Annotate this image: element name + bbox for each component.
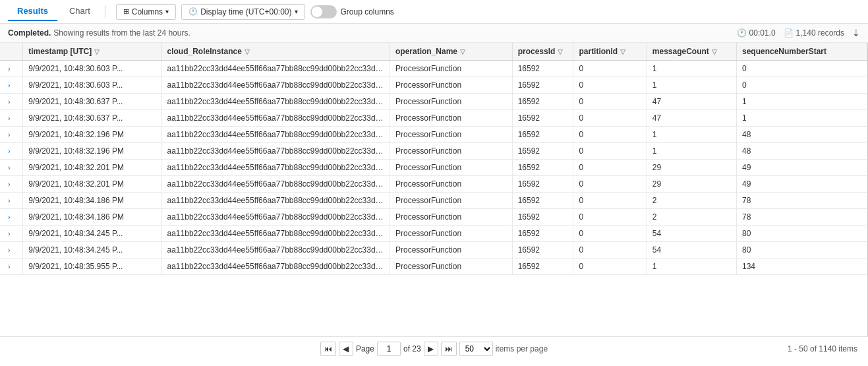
expand-row-button[interactable]: ›	[5, 229, 13, 238]
messagecount-cell: 54	[647, 242, 736, 259]
table-row[interactable]: › 9/9/2021, 10:48:34.245 P... aa11bb22cc…	[0, 242, 867, 259]
expand-cell[interactable]: ›	[0, 242, 23, 259]
expand-row-button[interactable]: ›	[5, 80, 13, 90]
messagecount-cell: 1	[647, 127, 736, 143]
processid-cell: 16592	[512, 77, 573, 94]
expand-cell[interactable]: ›	[0, 77, 23, 94]
operation-cell: ProcessorFunction	[390, 193, 513, 209]
operation-cell: ProcessorFunction	[390, 77, 513, 94]
expand-row-button[interactable]: ›	[5, 212, 13, 222]
messagecount-cell: 47	[647, 94, 736, 110]
table-row[interactable]: › 9/9/2021, 10:48:30.603 P... aa11bb22cc…	[0, 77, 867, 94]
expand-cell[interactable]: ›	[0, 143, 23, 160]
cloud-cell: aa11bb22cc33dd44ee55ff66aa77bb88cc99dd00…	[161, 127, 390, 143]
expand-row-button[interactable]: ›	[5, 196, 13, 205]
processid-cell: 16592	[512, 259, 573, 275]
expand-icon[interactable]: ⇣	[852, 28, 860, 38]
cloud-cell: aa11bb22cc33dd44ee55ff66aa77bb88cc99dd00…	[161, 110, 390, 127]
expand-row-button[interactable]: ›	[5, 262, 13, 271]
messagecount-cell: 1	[647, 143, 736, 160]
messagecount-cell: 1	[647, 61, 736, 77]
seqnum-cell: 48	[736, 143, 867, 160]
next-page-button[interactable]: ▶	[424, 342, 438, 356]
table-row[interactable]: › 9/9/2021, 10:48:30.603 P... aa11bb22cc…	[0, 61, 867, 77]
display-time-button[interactable]: 🕐 Display time (UTC+00:00) ▾	[181, 4, 304, 20]
timestamp-cell: 9/9/2021, 10:48:34.186 PM	[23, 193, 161, 209]
expand-row-button[interactable]: ›	[5, 163, 13, 172]
expand-cell[interactable]: ›	[0, 160, 23, 176]
processid-cell: 16592	[512, 160, 573, 176]
page-of-text: of 23	[403, 344, 421, 353]
expand-cell[interactable]: ›	[0, 259, 23, 275]
messagecount-filter-icon[interactable]: ▽	[712, 48, 717, 55]
expand-cell[interactable]: ›	[0, 110, 23, 127]
partitionid-cell: 0	[573, 242, 647, 259]
expand-cell[interactable]: ›	[0, 61, 23, 77]
operation-cell: ProcessorFunction	[390, 110, 513, 127]
table-row[interactable]: › 9/9/2021, 10:48:34.245 P... aa11bb22cc…	[0, 226, 867, 242]
th-partitionid-label: partitionId	[579, 47, 618, 56]
expand-row-button[interactable]: ›	[5, 245, 13, 255]
operation-cell: ProcessorFunction	[390, 160, 513, 176]
seqnum-cell: 80	[736, 242, 867, 259]
expand-row-button[interactable]: ›	[5, 64, 13, 73]
expand-cell[interactable]: ›	[0, 176, 23, 193]
tab-chart[interactable]: Chart	[60, 2, 100, 21]
first-page-button[interactable]: ⏮	[320, 342, 336, 356]
table-row[interactable]: › 9/9/2021, 10:48:35.955 P... aa11bb22cc…	[0, 259, 867, 275]
seqnum-cell: 0	[736, 61, 867, 77]
duration-badge: 🕐 00:01.0	[737, 28, 776, 38]
table-row[interactable]: › 9/9/2021, 10:48:34.186 PM aa11bb22cc33…	[0, 209, 867, 226]
expand-row-button[interactable]: ›	[5, 113, 13, 123]
expand-row-button[interactable]: ›	[5, 146, 13, 156]
table-row[interactable]: › 9/9/2021, 10:48:30.637 P... aa11bb22cc…	[0, 110, 867, 127]
processid-filter-icon[interactable]: ▽	[558, 48, 563, 55]
cloud-filter-icon[interactable]: ▽	[245, 48, 250, 55]
table-row[interactable]: › 9/9/2021, 10:48:30.637 P... aa11bb22cc…	[0, 94, 867, 110]
expand-cell[interactable]: ›	[0, 94, 23, 110]
tab-results[interactable]: Results	[8, 2, 57, 21]
table-row[interactable]: › 9/9/2021, 10:48:32.196 PM aa11bb22cc33…	[0, 143, 867, 160]
table-row[interactable]: › 9/9/2021, 10:48:32.196 PM aa11bb22cc33…	[0, 127, 867, 143]
cloud-cell: aa11bb22cc33dd44ee55ff66aa77bb88cc99dd00…	[161, 160, 390, 176]
expand-cell[interactable]: ›	[0, 193, 23, 209]
timestamp-cell: 9/9/2021, 10:48:35.955 P...	[23, 259, 161, 275]
operation-cell: ProcessorFunction	[390, 127, 513, 143]
th-cloud-label: cloud_RoleInstance	[167, 47, 242, 56]
timestamp-cell: 9/9/2021, 10:48:32.201 PM	[23, 160, 161, 176]
timestamp-cell: 9/9/2021, 10:48:34.186 PM	[23, 209, 161, 226]
partitionid-cell: 0	[573, 127, 647, 143]
columns-button[interactable]: ⊞ Columns ▾	[116, 4, 176, 20]
partitionid-cell: 0	[573, 160, 647, 176]
page-size-select[interactable]: 50 25 100	[459, 342, 493, 356]
partitionid-filter-icon[interactable]: ▽	[620, 48, 625, 55]
expand-row-button[interactable]: ›	[5, 97, 13, 106]
expand-cell[interactable]: ›	[0, 226, 23, 242]
prev-page-button[interactable]: ◀	[339, 342, 353, 356]
messagecount-cell: 1	[647, 259, 736, 275]
records-value: 1,140 records	[796, 28, 844, 38]
last-page-button[interactable]: ⏭	[441, 342, 457, 356]
timestamp-cell: 9/9/2021, 10:48:32.196 PM	[23, 127, 161, 143]
th-timestamp: timestamp [UTC] ▽	[23, 43, 161, 61]
toolbar-controls: ⊞ Columns ▾ 🕐 Display time (UTC+00:00) ▾…	[116, 4, 394, 20]
pagination-controls: ⏮ ◀ Page of 23 ▶ ⏭ 50 25 100 items per p…	[320, 342, 548, 356]
table-row[interactable]: › 9/9/2021, 10:48:34.186 PM aa11bb22cc33…	[0, 193, 867, 209]
timestamp-filter-icon[interactable]: ▽	[94, 48, 100, 55]
timestamp-cell: 9/9/2021, 10:48:32.201 PM	[23, 176, 161, 193]
cloud-cell: aa11bb22cc33dd44ee55ff66aa77bb88cc99dd00…	[161, 77, 390, 94]
operation-filter-icon[interactable]: ▽	[460, 48, 465, 55]
seqnum-cell: 48	[736, 127, 867, 143]
results-table-container: timestamp [UTC] ▽ cloud_RoleInstance ▽ o…	[0, 43, 868, 336]
table-row[interactable]: › 9/9/2021, 10:48:32.201 PM aa11bb22cc33…	[0, 160, 867, 176]
expand-row-button[interactable]: ›	[5, 130, 13, 139]
table-row[interactable]: › 9/9/2021, 10:48:32.201 PM aa11bb22cc33…	[0, 176, 867, 193]
expand-cell[interactable]: ›	[0, 209, 23, 226]
expand-row-button[interactable]: ›	[5, 179, 13, 189]
expand-cell[interactable]: ›	[0, 127, 23, 143]
page-input[interactable]	[377, 342, 401, 356]
results-table: timestamp [UTC] ▽ cloud_RoleInstance ▽ o…	[0, 43, 867, 275]
seqnum-cell: 0	[736, 77, 867, 94]
group-columns-toggle[interactable]	[310, 5, 337, 18]
messagecount-cell: 54	[647, 226, 736, 242]
